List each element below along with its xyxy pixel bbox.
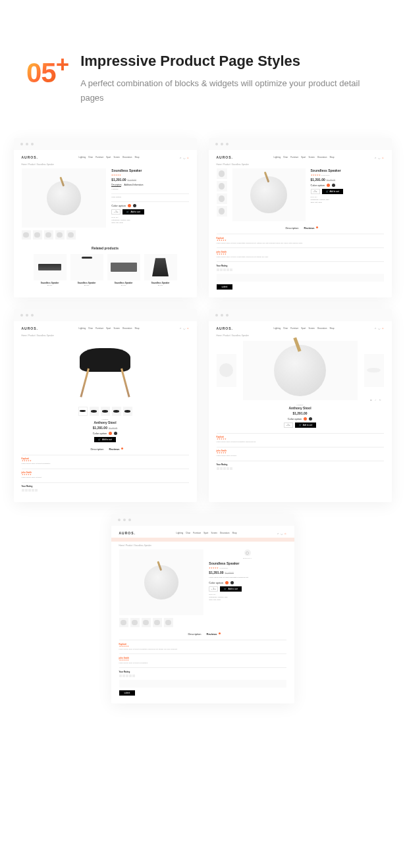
- search-icon: ⌕: [180, 326, 181, 330]
- submit-button[interactable]: submit: [119, 690, 136, 696]
- header-icons: ⌕◡⌂: [180, 156, 188, 159]
- rating-label: Your Rating: [217, 265, 384, 267]
- vertical-thumbnails: [217, 168, 227, 221]
- hero-section: 05+ Impressive Product Page Styles A per…: [0, 0, 405, 138]
- rating-input[interactable]: [217, 467, 384, 470]
- preview-card-5[interactable]: AUROS. LightingChairFurnitureSportScreen…: [111, 514, 294, 703]
- brand-name: B & O PLAY: [209, 557, 286, 559]
- cart-icon: ⌂: [284, 532, 286, 535]
- user-icon: ◡: [281, 532, 283, 535]
- qty-stepper[interactable]: - 1 +: [111, 209, 121, 215]
- rating-input[interactable]: [22, 489, 189, 492]
- color-options: Color option: [217, 417, 384, 421]
- cart-icon: ⌂: [382, 326, 383, 330]
- nav-menu: LightingChairFurnitureSportScreenDecorat…: [176, 532, 237, 534]
- breadcrumb: Home / Product / Soundless Speaker: [22, 334, 189, 337]
- content-tabs: DescriptionReviews: [22, 447, 189, 451]
- review-textarea[interactable]: [217, 274, 384, 282]
- qty-stepper[interactable]: - 1 +: [311, 189, 320, 194]
- count-badge: 05+: [26, 53, 68, 87]
- nav-menu: LightingChairFurnitureSportScreenDecorat…: [79, 156, 140, 159]
- add-to-cart-button[interactable]: 🛒 Add to cart: [295, 422, 317, 428]
- info-row: Materials: [111, 188, 188, 191]
- window-dots: [111, 514, 294, 526]
- product-title: Soundless Speaker: [209, 561, 286, 565]
- logo: AUROS.: [22, 155, 38, 159]
- preview-card-2[interactable]: AUROS. LightingChairFurnitureSportScreen…: [209, 138, 392, 297]
- product-title: Soundless Speaker: [111, 168, 188, 172]
- previews-grid: AUROS. LightingChairFurnitureSportScreen…: [0, 138, 405, 730]
- info-tabs: DescriptionAdditional Information: [111, 184, 188, 187]
- color-options: Color option: [311, 184, 384, 187]
- review-item: john Smith★★★★★Lorem ipsum dolor sit ame…: [22, 471, 189, 479]
- hero-subtitle: A perfect combination of blocks & widget…: [80, 76, 379, 105]
- logo: AUROS.: [119, 531, 136, 535]
- search-icon: ⌕: [277, 532, 279, 535]
- breadcrumb: Home / Product / Soundless Speaker: [119, 544, 286, 547]
- hero-title: Impressive Product Page Styles: [80, 53, 379, 70]
- qty-stepper[interactable]: - 1 +: [209, 586, 218, 592]
- window-dots: [209, 309, 392, 321]
- breadcrumb: Home / Product / Soundless Speaker: [217, 163, 384, 166]
- window-dots: [14, 309, 197, 321]
- speaker-icon: [274, 345, 325, 396]
- product-price: $1,291.00$1,470.00: [22, 426, 189, 430]
- nav-menu: LightingChairFurnitureSportScreenDecorat…: [274, 156, 335, 159]
- product-price: $1,291.00$1,470.00: [209, 571, 286, 574]
- color-options: Color option: [111, 204, 188, 207]
- add-to-cart-button[interactable]: 🛒 Add to cart: [122, 209, 144, 215]
- add-to-cart-button[interactable]: 🛒 Add to cart: [94, 437, 116, 442]
- review-item: Kaplasti★★★★★Lorem ipsum dolor sit amet …: [22, 457, 189, 465]
- header-icons: ⌕◡⌂: [277, 532, 286, 535]
- rating-stars: ★★★★★ (2 Reviews): [209, 567, 286, 569]
- review-item: Kaplasti★★★★★Lorem ipsum dolor sit amet,…: [217, 237, 384, 245]
- product-title: Anthony Stool: [217, 406, 384, 410]
- submit-button[interactable]: submit: [217, 284, 233, 290]
- cart-icon: ⌂: [187, 156, 188, 159]
- user-icon: ◡: [183, 326, 185, 330]
- rating-stars: ★★★★★: [111, 174, 188, 176]
- content-tabs: DescriptionReviews: [119, 632, 286, 636]
- content-tabs: DescriptionReviews: [217, 226, 384, 230]
- brand-logo-icon: [244, 549, 251, 556]
- product-price: $1,291.00: [217, 411, 384, 415]
- nav-menu: LightingChairFurnitureSportScreenDecorat…: [274, 327, 335, 330]
- product-title: Soundless Speaker: [311, 168, 384, 172]
- nav-menu: LightingChairFurnitureSportScreenDecorat…: [79, 327, 140, 330]
- speaker-icon: [250, 176, 287, 213]
- breadcrumb: Home / Product / Soundless Speaker: [22, 163, 189, 166]
- review-item: Kaplasti★★★★★Lorem ipsum dolor sit amet …: [217, 436, 384, 444]
- product-price: $1,291.00$1,470.00: [111, 178, 188, 182]
- category-bar: [111, 538, 294, 542]
- window-dots: [14, 138, 197, 150]
- thumbnails: [119, 618, 204, 627]
- product-image: [243, 341, 358, 400]
- review-textarea[interactable]: [119, 680, 286, 688]
- rating-label: Your Rating: [119, 671, 286, 673]
- rating-input[interactable]: [119, 675, 286, 677]
- preview-card-4[interactable]: AUROS. LightingChairFurnitureSportScreen…: [209, 309, 392, 503]
- rotate-icon: ↻: [379, 399, 381, 401]
- product-image: [119, 549, 204, 615]
- review-item: john Smith★★★★★Lorem ipsum dolor sit ame…: [119, 657, 286, 665]
- product-image: [69, 342, 142, 401]
- qty-stepper[interactable]: - 1 +: [284, 422, 293, 428]
- search-icon: ⌕: [375, 156, 376, 159]
- review-item: john Smith★★★★★Lorem ipsum dolor sit ame…: [217, 449, 384, 457]
- info-row: Color options: [111, 196, 188, 199]
- breadcrumb: Home / Product / Soundless Speaker: [217, 334, 384, 337]
- zoom-icon: ⊞: [370, 399, 372, 401]
- header-icons: ⌕◡⌂: [180, 326, 188, 330]
- preview-card-1[interactable]: AUROS. LightingChairFurnitureSportScreen…: [14, 138, 197, 297]
- review-item: john Smith★★★★★Lorem ipsum dolor sit ame…: [217, 251, 384, 259]
- add-to-cart-button[interactable]: 🛒 Add to cart: [322, 189, 344, 194]
- preview-card-3[interactable]: AUROS. LightingChairFurnitureSportScreen…: [14, 309, 197, 503]
- add-to-cart-button[interactable]: 🛒 Add to cart: [220, 586, 242, 592]
- rating-input[interactable]: [217, 268, 384, 271]
- logo: AUROS.: [217, 155, 233, 159]
- product-slider: [217, 341, 384, 400]
- product-image: [22, 168, 107, 228]
- logo: AUROS.: [22, 326, 38, 330]
- speaker-icon: [47, 181, 81, 215]
- color-options: Color option: [209, 581, 286, 584]
